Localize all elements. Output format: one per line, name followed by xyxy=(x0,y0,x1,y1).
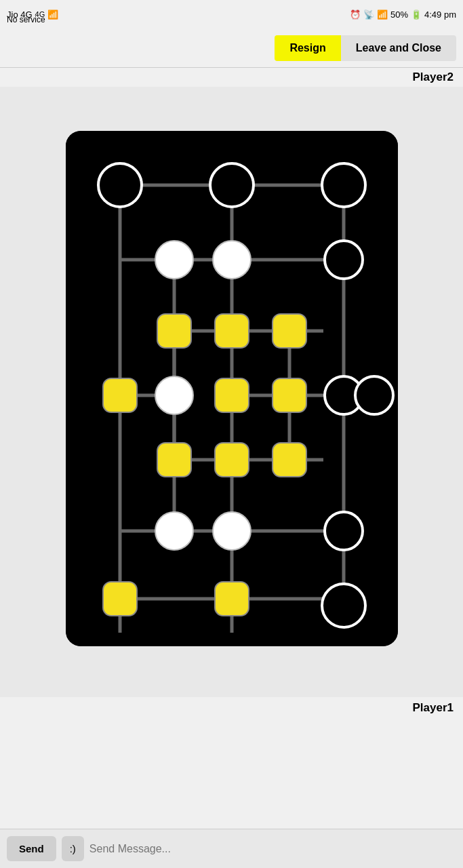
emoji-button[interactable]: :) xyxy=(62,836,84,861)
status-right: ⏰ 📡 📶 50% 🔋 4:49 pm xyxy=(350,9,456,20)
game-board[interactable] xyxy=(66,131,398,646)
wifi-icon: 📶 xyxy=(47,9,58,20)
resign-button[interactable]: Resign xyxy=(275,35,340,61)
svg-rect-27 xyxy=(215,314,249,348)
svg-point-21 xyxy=(210,163,254,207)
svg-point-39 xyxy=(213,512,251,550)
signal-bars-icon: 📶 xyxy=(377,9,388,20)
svg-point-23 xyxy=(155,241,193,279)
svg-rect-26 xyxy=(157,314,191,348)
svg-point-20 xyxy=(98,163,142,207)
leave-and-close-button[interactable]: Leave and Close xyxy=(341,35,456,61)
game-area xyxy=(0,87,463,697)
svg-rect-28 xyxy=(273,314,306,348)
svg-point-40 xyxy=(325,512,363,550)
wifi-signal-icon: 📡 xyxy=(363,9,374,20)
svg-rect-37 xyxy=(273,443,306,477)
svg-point-22 xyxy=(322,163,365,207)
alarm-icon: ⏰ xyxy=(350,9,361,20)
time-label: 4:49 pm xyxy=(424,9,456,20)
svg-rect-42 xyxy=(215,582,249,616)
battery-icon: 🔋 xyxy=(411,9,422,20)
send-button[interactable]: Send xyxy=(7,836,56,861)
status-bar: Jio 4G 4G 📶 No service ⏰ 📡 📶 50% 🔋 4:49 … xyxy=(0,0,463,28)
svg-point-30 xyxy=(155,376,193,414)
status-left: Jio 4G 4G 📶 No service xyxy=(7,9,58,20)
svg-rect-31 xyxy=(215,378,249,412)
svg-point-38 xyxy=(155,512,193,550)
svg-rect-35 xyxy=(157,443,191,477)
svg-rect-29 xyxy=(103,378,137,412)
no-service-label: No service xyxy=(7,15,45,24)
svg-point-43 xyxy=(322,584,365,627)
svg-point-24 xyxy=(213,241,251,279)
svg-rect-32 xyxy=(273,378,306,412)
player1-label: Player1 xyxy=(0,697,463,719)
svg-rect-41 xyxy=(103,582,137,616)
message-input[interactable] xyxy=(89,843,456,855)
svg-rect-36 xyxy=(215,443,249,477)
svg-point-34 xyxy=(355,376,393,414)
message-bar: Send :) xyxy=(0,829,463,868)
board-svg xyxy=(66,131,398,646)
battery-label: 50% xyxy=(390,9,408,20)
top-bar: Resign Leave and Close xyxy=(0,28,463,68)
svg-point-25 xyxy=(325,241,363,279)
chat-area xyxy=(0,719,463,766)
player2-label: Player2 xyxy=(0,68,463,87)
